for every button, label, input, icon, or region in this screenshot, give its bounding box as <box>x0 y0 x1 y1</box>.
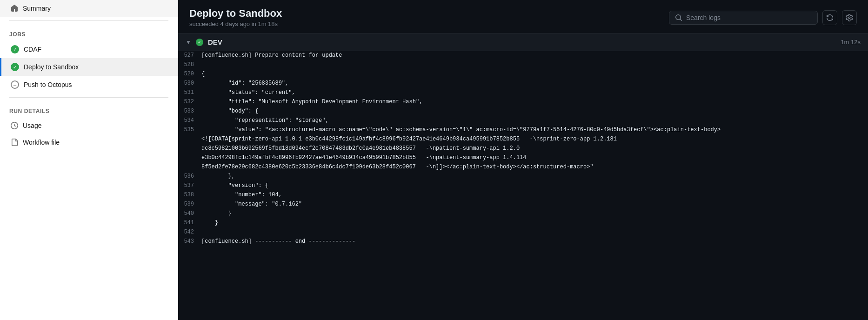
sidebar-item-push-to-octopus[interactable]: – Push to Octopus <box>0 76 178 93</box>
sidebar-item-usage[interactable]: Usage <box>0 117 178 134</box>
log-line: 531 "status": "current", <box>178 88 868 98</box>
divider-2 <box>9 97 168 98</box>
log-line: 539 "message": "0.7.162" <box>178 200 868 209</box>
deploy-sandbox-label: Deploy to Sandbox <box>24 63 79 71</box>
summary-label: Summary <box>23 5 51 12</box>
log-line: 536 }, <box>178 172 868 181</box>
home-icon <box>11 5 18 12</box>
jobs-section-label: Jobs <box>0 25 178 40</box>
log-line: 543 [confluence.sh] ----------- end ----… <box>178 237 868 247</box>
search-box[interactable] <box>669 11 818 25</box>
cdaf-label: CDAF <box>24 46 41 53</box>
log-line: 532 "title": "Mulesoft Anypoint Developm… <box>178 98 868 107</box>
log-content: 527 [confluence.sh] Prepare content for … <box>178 51 868 247</box>
log-line: <![CDATA[sprint-zero-api 1.0.1 e3b0c4429… <box>178 135 868 144</box>
push-octopus-label: Push to Octopus <box>24 81 72 88</box>
page-title: Deploy to Sandbox <box>189 7 282 20</box>
sidebar-item-summary[interactable]: Summary <box>0 0 178 17</box>
log-line: 528 <box>178 60 868 70</box>
log-line: 542 <box>178 228 868 237</box>
log-line: 527 [confluence.sh] Prepare content for … <box>178 51 868 60</box>
log-line: e3b0c44298fc1c149afbf4c8996fb92427ae41e4… <box>178 153 868 163</box>
log-line: 535 "value": "<ac:structured-macro ac:na… <box>178 126 868 135</box>
workflow-file-label: Workflow file <box>23 139 60 146</box>
check-icon-cdaf: ✓ <box>11 45 19 53</box>
search-icon <box>675 14 682 21</box>
settings-button[interactable] <box>842 10 857 25</box>
chevron-down-icon: ▼ <box>186 39 191 46</box>
dev-time: 1m 12s <box>841 39 861 46</box>
log-area: ▼ ✓ DEV 1m 12s 527 [confluence.sh] Prepa… <box>178 33 868 320</box>
log-line: 541 } <box>178 219 868 228</box>
dev-check-icon: ✓ <box>196 39 203 46</box>
sidebar-item-deploy-to-sandbox[interactable]: ✓ Deploy to Sandbox <box>0 58 178 76</box>
main-content: Deploy to Sandbox succeeded 4 days ago i… <box>178 0 868 320</box>
log-line: 8f5ed2fe78e29c682c4380e620c5b23336e84b6c… <box>178 163 868 172</box>
sidebar: Summary Jobs ✓ CDAF ✓ Deploy to Sandbox … <box>0 0 178 320</box>
gear-icon <box>846 14 853 21</box>
run-details-section-label: Run details <box>0 101 178 117</box>
log-line: dc8c59821003b692569f5fbd18d094ecf2c70847… <box>178 144 868 153</box>
dev-section-header[interactable]: ▼ ✓ DEV 1m 12s <box>178 33 868 51</box>
log-line: 529 { <box>178 70 868 79</box>
refresh-button[interactable] <box>822 10 837 25</box>
dev-label: DEV <box>208 38 222 46</box>
sidebar-item-workflow-file[interactable]: Workflow file <box>0 134 178 151</box>
log-line: 530 "id": "256835689", <box>178 79 868 88</box>
search-input[interactable] <box>686 14 812 21</box>
dev-header-left: ▼ ✓ DEV <box>186 38 222 46</box>
header-left: Deploy to Sandbox succeeded 4 days ago i… <box>189 7 282 27</box>
divider-1 <box>9 20 168 21</box>
log-line: 533 "body": { <box>178 107 868 116</box>
usage-label: Usage <box>23 122 41 129</box>
main-header: Deploy to Sandbox succeeded 4 days ago i… <box>178 0 868 33</box>
file-icon <box>11 139 18 146</box>
log-line: 534 "representation": "storage", <box>178 116 868 126</box>
page-subtitle: succeeded 4 days ago in 1m 18s <box>189 20 282 27</box>
check-icon-deploy: ✓ <box>11 63 19 71</box>
dash-icon-push: – <box>11 80 19 89</box>
clock-icon <box>11 122 18 129</box>
sidebar-item-cdaf[interactable]: ✓ CDAF <box>0 40 178 58</box>
refresh-icon <box>826 14 834 21</box>
log-line: 538 "number": 104, <box>178 191 868 200</box>
header-right <box>669 10 857 25</box>
log-line: 537 "version": { <box>178 181 868 191</box>
log-line: 540 } <box>178 209 868 219</box>
